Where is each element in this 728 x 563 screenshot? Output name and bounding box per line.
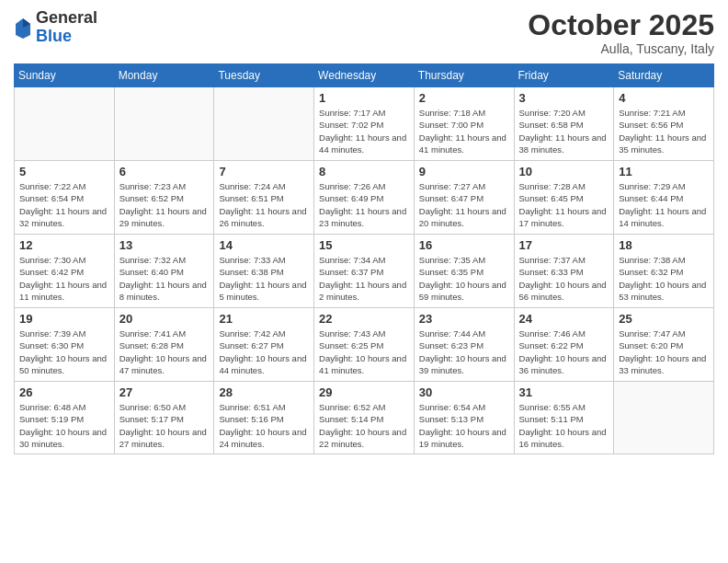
day-info: Sunrise: 6:52 AMSunset: 5:14 PMDaylight:… <box>319 401 409 450</box>
table-row: 6Sunrise: 7:23 AMSunset: 6:52 PMDaylight… <box>114 161 214 235</box>
day-info: Sunrise: 7:30 AMSunset: 6:42 PMDaylight:… <box>19 254 109 303</box>
day-info: Sunrise: 6:51 AMSunset: 5:16 PMDaylight:… <box>219 401 309 450</box>
table-row: 16Sunrise: 7:35 AMSunset: 6:35 PMDayligh… <box>414 235 514 308</box>
logo-icon <box>14 17 32 39</box>
table-row: 13Sunrise: 7:32 AMSunset: 6:40 PMDayligh… <box>114 235 214 308</box>
table-row: 26Sunrise: 6:48 AMSunset: 5:19 PMDayligh… <box>15 382 115 454</box>
table-row <box>214 87 314 161</box>
day-number: 1 <box>319 91 409 105</box>
table-row: 25Sunrise: 7:47 AMSunset: 6:20 PMDayligh… <box>614 308 714 382</box>
table-row: 9Sunrise: 7:27 AMSunset: 6:47 PMDaylight… <box>414 161 514 235</box>
day-info: Sunrise: 7:20 AMSunset: 6:58 PMDaylight:… <box>519 107 609 155</box>
day-number: 6 <box>119 165 210 178</box>
table-row <box>114 87 214 161</box>
day-number: 7 <box>219 165 309 178</box>
day-number: 4 <box>619 91 709 105</box>
header: General Blue October 2025 Aulla, Tuscany… <box>14 9 714 56</box>
day-number: 18 <box>619 238 709 252</box>
day-info: Sunrise: 7:23 AMSunset: 6:52 PMDaylight:… <box>119 180 210 229</box>
day-number: 19 <box>19 312 109 326</box>
day-number: 29 <box>319 385 409 399</box>
day-info: Sunrise: 6:48 AMSunset: 5:19 PMDaylight:… <box>19 401 109 450</box>
table-row: 14Sunrise: 7:33 AMSunset: 6:38 PMDayligh… <box>214 235 314 308</box>
day-info: Sunrise: 7:43 AMSunset: 6:25 PMDaylight:… <box>319 327 409 376</box>
day-info: Sunrise: 7:46 AMSunset: 6:22 PMDaylight:… <box>519 327 609 376</box>
table-row: 31Sunrise: 6:55 AMSunset: 5:11 PMDayligh… <box>514 382 614 454</box>
day-info: Sunrise: 6:55 AMSunset: 5:11 PMDaylight:… <box>519 401 609 450</box>
day-info: Sunrise: 7:22 AMSunset: 6:54 PMDaylight:… <box>19 180 109 229</box>
table-row: 5Sunrise: 7:22 AMSunset: 6:54 PMDaylight… <box>15 161 115 235</box>
table-row: 19Sunrise: 7:39 AMSunset: 6:30 PMDayligh… <box>15 308 115 382</box>
page: General Blue October 2025 Aulla, Tuscany… <box>0 0 728 563</box>
table-row: 11Sunrise: 7:29 AMSunset: 6:44 PMDayligh… <box>614 161 714 235</box>
table-row: 12Sunrise: 7:30 AMSunset: 6:42 PMDayligh… <box>15 235 115 308</box>
day-number: 31 <box>519 385 609 399</box>
table-row: 20Sunrise: 7:41 AMSunset: 6:28 PMDayligh… <box>114 308 214 382</box>
table-row: 10Sunrise: 7:28 AMSunset: 6:45 PMDayligh… <box>514 161 614 235</box>
table-row: 17Sunrise: 7:37 AMSunset: 6:33 PMDayligh… <box>514 235 614 308</box>
day-info: Sunrise: 7:17 AMSunset: 7:02 PMDaylight:… <box>319 107 409 155</box>
day-info: Sunrise: 7:26 AMSunset: 6:49 PMDaylight:… <box>319 180 409 229</box>
day-info: Sunrise: 7:18 AMSunset: 7:00 PMDaylight:… <box>419 107 509 155</box>
header-wednesday: Wednesday <box>314 64 415 87</box>
day-number: 25 <box>619 312 709 326</box>
table-row <box>15 87 115 161</box>
table-row: 28Sunrise: 6:51 AMSunset: 5:16 PMDayligh… <box>214 382 314 454</box>
table-row: 21Sunrise: 7:42 AMSunset: 6:27 PMDayligh… <box>214 308 314 382</box>
table-row: 2Sunrise: 7:18 AMSunset: 7:00 PMDaylight… <box>414 87 514 161</box>
day-number: 13 <box>119 238 210 252</box>
day-number: 26 <box>19 385 109 399</box>
day-number: 2 <box>419 91 509 105</box>
calendar-table: Sunday Monday Tuesday Wednesday Thursday… <box>14 63 714 454</box>
table-row: 30Sunrise: 6:54 AMSunset: 5:13 PMDayligh… <box>414 382 514 454</box>
month-title: October 2025 <box>528 9 714 41</box>
logo-general-text: General <box>36 9 97 28</box>
day-info: Sunrise: 7:29 AMSunset: 6:44 PMDaylight:… <box>619 180 709 229</box>
day-info: Sunrise: 7:41 AMSunset: 6:28 PMDaylight:… <box>119 327 210 376</box>
day-number: 20 <box>119 312 210 326</box>
day-info: Sunrise: 7:32 AMSunset: 6:40 PMDaylight:… <box>119 254 210 303</box>
header-tuesday: Tuesday <box>214 64 314 87</box>
header-saturday: Saturday <box>614 64 714 87</box>
title-area: October 2025 Aulla, Tuscany, Italy <box>528 9 714 56</box>
day-number: 27 <box>119 385 210 399</box>
logo-blue-text: Blue <box>36 28 97 46</box>
day-info: Sunrise: 7:44 AMSunset: 6:23 PMDaylight:… <box>419 327 509 376</box>
day-number: 10 <box>519 165 609 178</box>
day-number: 21 <box>219 312 309 326</box>
table-row: 1Sunrise: 7:17 AMSunset: 7:02 PMDaylight… <box>314 87 415 161</box>
header-friday: Friday <box>514 64 614 87</box>
day-number: 5 <box>19 165 109 178</box>
day-number: 23 <box>419 312 509 326</box>
header-thursday: Thursday <box>414 64 514 87</box>
day-info: Sunrise: 6:50 AMSunset: 5:17 PMDaylight:… <box>119 401 210 450</box>
header-monday: Monday <box>114 64 214 87</box>
day-number: 22 <box>319 312 409 326</box>
location-subtitle: Aulla, Tuscany, Italy <box>528 41 714 56</box>
day-number: 24 <box>519 312 609 326</box>
logo-text: General Blue <box>36 9 97 46</box>
day-number: 16 <box>419 238 509 252</box>
day-info: Sunrise: 7:28 AMSunset: 6:45 PMDaylight:… <box>519 180 609 229</box>
day-info: Sunrise: 7:42 AMSunset: 6:27 PMDaylight:… <box>219 327 309 376</box>
day-info: Sunrise: 7:24 AMSunset: 6:51 PMDaylight:… <box>219 180 309 229</box>
day-number: 15 <box>319 238 409 252</box>
day-number: 12 <box>19 238 109 252</box>
day-info: Sunrise: 6:54 AMSunset: 5:13 PMDaylight:… <box>419 401 509 450</box>
table-row <box>614 382 714 454</box>
day-number: 11 <box>619 165 709 178</box>
table-row: 8Sunrise: 7:26 AMSunset: 6:49 PMDaylight… <box>314 161 415 235</box>
day-info: Sunrise: 7:47 AMSunset: 6:20 PMDaylight:… <box>619 327 709 376</box>
table-row: 3Sunrise: 7:20 AMSunset: 6:58 PMDaylight… <box>514 87 614 161</box>
day-number: 8 <box>319 165 409 178</box>
table-row: 29Sunrise: 6:52 AMSunset: 5:14 PMDayligh… <box>314 382 415 454</box>
day-number: 28 <box>219 385 309 399</box>
table-row: 22Sunrise: 7:43 AMSunset: 6:25 PMDayligh… <box>314 308 415 382</box>
calendar-header-row: Sunday Monday Tuesday Wednesday Thursday… <box>15 64 714 87</box>
day-info: Sunrise: 7:27 AMSunset: 6:47 PMDaylight:… <box>419 180 509 229</box>
table-row: 18Sunrise: 7:38 AMSunset: 6:32 PMDayligh… <box>614 235 714 308</box>
day-info: Sunrise: 7:33 AMSunset: 6:38 PMDaylight:… <box>219 254 309 303</box>
day-info: Sunrise: 7:35 AMSunset: 6:35 PMDaylight:… <box>419 254 509 303</box>
day-number: 9 <box>419 165 509 178</box>
day-number: 17 <box>519 238 609 252</box>
